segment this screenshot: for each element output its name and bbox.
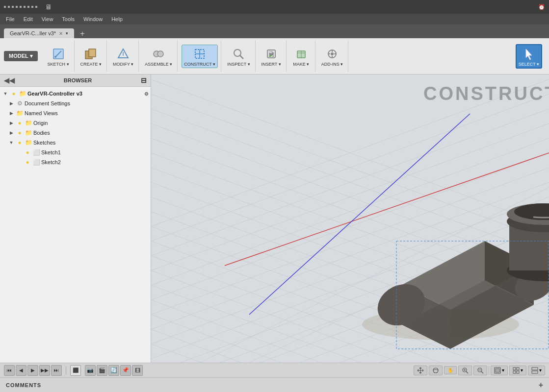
fit-tool-button[interactable] — [473, 366, 487, 375]
named-views-icon: 📁 — [16, 109, 24, 117]
menu-file[interactable]: File — [2, 15, 19, 23]
viewport-canvas: CONSTRUCT * — [151, 74, 549, 363]
view-options-button[interactable]: ▾ — [528, 366, 545, 375]
browser-menu-icon[interactable]: ⊟ — [141, 76, 147, 84]
root-label: GearVR-Controller v3 — [27, 91, 82, 97]
app-icon — [4, 6, 37, 8]
tab-close-icon[interactable]: ✕ — [59, 31, 63, 36]
root-settings-icon[interactable]: ⚙ — [144, 91, 149, 97]
svg-marker-71 — [401, 241, 534, 310]
svg-line-42 — [151, 285, 549, 363]
pan-tool-button[interactable]: ✋ — [444, 366, 457, 374]
svg-line-13 — [240, 55, 243, 59]
tree-item-sketch2[interactable]: ● ⬜ Sketch2 — [0, 157, 151, 167]
svg-line-66 — [249, 114, 470, 315]
svg-line-39 — [151, 241, 549, 363]
menu-edit[interactable]: Edit — [20, 15, 37, 23]
svg-line-37 — [151, 79, 549, 226]
svg-marker-72 — [485, 241, 534, 305]
create-button[interactable]: CREATE ▾ — [78, 45, 104, 68]
tree-item-sketches[interactable]: ▼ ● 📁 Sketches — [0, 138, 151, 147]
svg-line-33 — [151, 197, 549, 344]
origin-arrow: ▶ — [8, 121, 15, 125]
display-mode-button[interactable]: ▾ — [491, 366, 508, 375]
construct-label: CONSTRUCT ▾ — [184, 62, 215, 67]
root-visibility-icon[interactable]: ● — [10, 90, 18, 98]
zoom-tool-button[interactable] — [458, 366, 472, 375]
model-button[interactable]: MODEL ▾ — [4, 51, 38, 61]
construct-button[interactable]: CONSTRUCT ▾ — [182, 45, 218, 68]
addins-button[interactable]: ADD-INS ▾ — [319, 45, 345, 68]
browser-collapse-icon[interactable]: ◀◀ — [4, 76, 15, 84]
tree-root[interactable]: ▼ ● 📁 GearVR-Controller v3 ⚙ — [0, 89, 151, 98]
tab-bar: GearVR-C...ller v3* ✕ ▾ + — [0, 24, 549, 38]
viewport[interactable]: CONSTRUCT * — [151, 74, 549, 363]
inspect-button[interactable]: INSPECT ▾ — [225, 45, 252, 68]
svg-line-28 — [151, 123, 549, 270]
menu-tools[interactable]: Tools — [58, 15, 78, 23]
make-button[interactable]: MAKE ▾ — [290, 45, 312, 68]
orbit-tool-button[interactable] — [429, 366, 443, 375]
camera-button[interactable]: 📷 — [85, 365, 96, 376]
construct-icon — [192, 46, 208, 62]
make-icon — [293, 46, 309, 62]
svg-line-61 — [151, 285, 549, 363]
select-label: SELECT ▾ — [519, 62, 539, 67]
tab-add-button[interactable]: + — [76, 29, 88, 38]
svg-line-44 — [151, 315, 549, 363]
film-button[interactable]: 🎞 — [132, 365, 143, 376]
assemble-button[interactable]: ASSEMBLE ▾ — [143, 45, 174, 68]
toolbar-group-sketch: SKETCH ▾ — [43, 40, 75, 72]
sketch1-visibility-icon[interactable]: ● — [24, 148, 31, 156]
addins-icon — [324, 46, 340, 62]
svg-line-63 — [200, 187, 549, 363]
modify-button[interactable]: MODIFY ▾ — [111, 45, 135, 68]
menu-window[interactable]: Window — [79, 15, 106, 23]
bodies-visibility-icon[interactable]: ● — [16, 129, 24, 137]
svg-point-12 — [234, 49, 241, 56]
nav-first-button[interactable]: ⏮ — [4, 365, 15, 376]
record-button[interactable]: ⬛ — [70, 365, 81, 376]
toolbar-group-addins: ADD-INS ▾ — [316, 40, 349, 72]
tree-item-named-views[interactable]: ▶ 📁 Named Views — [0, 108, 151, 118]
rotate-button[interactable]: 🔄 — [108, 365, 119, 376]
nav-prev-button[interactable]: ◀ — [16, 365, 26, 376]
animation-button[interactable]: 🎬 — [97, 365, 107, 376]
menu-view[interactable]: View — [38, 15, 57, 23]
svg-point-67 — [362, 309, 519, 340]
sketch2-visibility-icon[interactable]: ● — [24, 158, 31, 166]
nav-next-button[interactable]: ▶▶ — [39, 365, 50, 376]
move-tool-button[interactable] — [414, 366, 427, 375]
nav-play-button[interactable]: ▶ — [27, 365, 38, 376]
menu-help[interactable]: Help — [107, 15, 127, 23]
nav-last-button[interactable]: ⏭ — [51, 365, 62, 376]
sketch2-label: Sketch2 — [41, 159, 61, 165]
sketches-visibility-icon[interactable]: ● — [16, 139, 24, 147]
svg-point-77 — [507, 211, 549, 232]
create-icon — [83, 46, 99, 62]
grid-display-button[interactable]: ▾ — [509, 366, 526, 375]
sketch-tool-button[interactable]: SKETCH ▾ — [46, 45, 71, 68]
svg-rect-92 — [496, 368, 499, 372]
svg-line-43 — [151, 300, 549, 363]
origin-visibility-icon[interactable]: ● — [16, 119, 24, 127]
select-button[interactable]: SELECT ▾ — [516, 44, 542, 69]
toolbar: MODEL ▾ SKETCH ▾ CREATE ▾ — [0, 38, 549, 74]
viewport-tools: ✋ ▾ ▾ ▾ — [414, 366, 545, 375]
tree-item-doc-settings[interactable]: ▶ ⚙ Document Settings — [0, 98, 151, 108]
sidebar: ◀◀ BROWSER ⊟ ▼ ● 📁 GearVR-Controller v3 … — [0, 74, 151, 363]
tree-item-bodies[interactable]: ▶ ● 📁 Bodies — [0, 128, 151, 138]
svg-line-40 — [151, 256, 549, 363]
svg-point-78 — [507, 203, 549, 225]
toolbar-group-make: MAKE ▾ — [288, 40, 315, 72]
inspect-label: INSPECT ▾ — [227, 62, 250, 67]
tree-item-origin[interactable]: ▶ ● 📁 Origin — [0, 118, 151, 128]
svg-point-73 — [371, 276, 432, 333]
tab-main[interactable]: GearVR-C...ller v3* ✕ ▾ — [4, 28, 74, 38]
comments-add-icon[interactable]: + — [539, 381, 543, 390]
tab-menu-icon[interactable]: ▾ — [66, 31, 68, 36]
insert-button[interactable]: 🏔 INSERT ▾ — [260, 45, 283, 68]
svg-line-41 — [151, 270, 549, 363]
tree-item-sketch1[interactable]: ● ⬜ Sketch1 — [0, 147, 151, 157]
pin-button[interactable]: 📌 — [120, 365, 131, 376]
